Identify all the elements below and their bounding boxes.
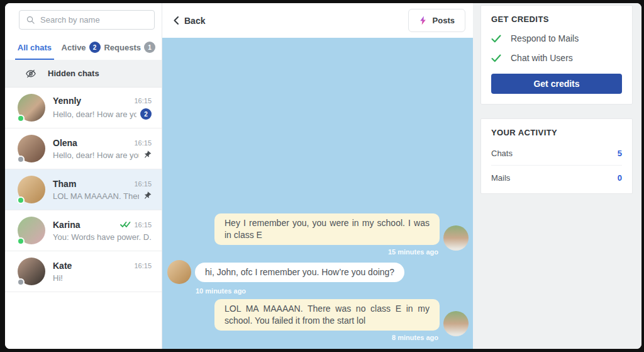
posts-label: Posts xyxy=(433,16,455,25)
unread-count-badge: 2 xyxy=(140,108,152,120)
activity-row-chats: Chats 5 xyxy=(491,141,622,165)
check-icon xyxy=(491,35,501,43)
chat-name: Kate xyxy=(53,261,72,271)
chat-info: Kate 16:15 Hi! xyxy=(53,261,152,283)
message-area[interactable]: Hey I remember you, you were in my schoo… xyxy=(162,38,473,349)
chevron-left-icon xyxy=(174,16,179,25)
online-status-dot xyxy=(17,237,25,245)
credit-benefit-row: Chat with Users xyxy=(491,53,622,63)
avatar xyxy=(18,94,45,122)
requests-count-badge: 1 xyxy=(144,42,155,53)
back-button[interactable]: Back xyxy=(174,16,205,26)
conversation-header: Back Posts xyxy=(162,3,473,38)
chat-time: 16:15 xyxy=(134,180,152,188)
chat-info: Karina 16:15 You: Words have power. D... xyxy=(53,220,152,242)
tab-all-chats[interactable]: All chats xyxy=(11,36,58,60)
message-bubble: Hey I remember you, you were in my schoo… xyxy=(214,213,440,245)
pin-icon xyxy=(141,190,153,202)
tab-label: All chats xyxy=(18,43,52,52)
activity-label: Chats xyxy=(491,149,513,158)
chat-item-yennly[interactable]: Yennly 16:15 Hello, dear! How are you t.… xyxy=(5,88,162,128)
search-area xyxy=(5,3,162,36)
avatar xyxy=(443,311,469,336)
get-credits-button[interactable]: Get credits xyxy=(491,74,622,94)
chat-time: 16:15 xyxy=(134,97,152,105)
avatar xyxy=(443,225,469,251)
chat-info: Olena 16:15 Hello, dear! How are you? xyxy=(53,138,152,160)
message-bubble: hi, John, ofc I remember you. How’re you… xyxy=(195,263,404,282)
chat-info: Tham 16:15 LOL MA MAAAAN. There w... xyxy=(53,179,152,201)
card-title: GET CREDITS xyxy=(491,14,622,24)
double-check-icon xyxy=(120,221,131,228)
chat-preview: Hi! xyxy=(53,273,63,283)
online-status-dot xyxy=(17,115,25,122)
chat-item-olena[interactable]: Olena 16:15 Hello, dear! How are you? xyxy=(5,128,162,169)
chat-name: Olena xyxy=(53,138,77,148)
get-credits-card: GET CREDITS Respond to Mails Chat with U… xyxy=(480,5,633,105)
activity-label: Mails xyxy=(491,173,510,183)
message-incoming: hi, John, ofc I remember you. How’re you… xyxy=(162,260,473,284)
message-bubble: LOL MA MAAAAN. There was no class E in m… xyxy=(214,299,440,331)
chat-preview: LOL MA MAAAAN. There w... xyxy=(53,191,139,201)
sidebar: All chats Active 2 Requests 1 Hidden cha… xyxy=(5,3,162,349)
chat-item-tham[interactable]: Tham 16:15 LOL MA MAAAAN. There w... xyxy=(5,169,162,210)
offline-status-dot xyxy=(17,278,25,286)
chat-preview: Hello, dear! How are you t... xyxy=(53,110,136,119)
chat-preview: Hello, dear! How are you? xyxy=(53,150,139,160)
message-outgoing: LOL MA MAAAAN. There was no class E in m… xyxy=(162,299,473,331)
lightning-icon xyxy=(419,15,427,26)
avatar xyxy=(18,217,45,244)
chat-time: 16:15 xyxy=(134,139,152,147)
avatar xyxy=(18,135,45,162)
eye-off-icon xyxy=(25,68,36,79)
credit-benefit-label: Respond to Mails xyxy=(511,33,579,43)
chat-item-karina[interactable]: Karina 16:15 You: Words have power. D... xyxy=(5,210,162,251)
chat-name: Tham xyxy=(53,179,76,189)
right-panel: GET CREDITS Respond to Mails Chat with U… xyxy=(473,3,641,349)
your-activity-card: YOUR ACTIVITY Chats 5 Mails 0 xyxy=(480,118,633,194)
card-title: YOUR ACTIVITY xyxy=(491,128,622,137)
message-timestamp: 8 minutes ago xyxy=(162,334,473,341)
message-timestamp: 10 minutes ago xyxy=(162,287,473,295)
app-window: All chats Active 2 Requests 1 Hidden cha… xyxy=(5,3,641,349)
message-outgoing: Hey I remember you, you were in my schoo… xyxy=(162,213,473,245)
chat-info: Yennly 16:15 Hello, dear! How are you t.… xyxy=(53,96,152,120)
posts-button[interactable]: Posts xyxy=(408,9,465,32)
pin-icon xyxy=(141,149,153,161)
chat-name: Yennly xyxy=(53,96,81,106)
search-input[interactable] xyxy=(40,15,148,25)
back-label: Back xyxy=(184,16,205,26)
activity-value: 5 xyxy=(618,149,622,158)
credit-benefit-label: Chat with Users xyxy=(511,53,573,63)
check-icon xyxy=(491,54,501,62)
tab-active[interactable]: Active 2 xyxy=(58,36,104,60)
message-timestamp: 15 minutes ago xyxy=(162,248,473,256)
chat-list[interactable]: Yennly 16:15 Hello, dear! How are you t.… xyxy=(5,88,162,349)
activity-row-mails: Mails 0 xyxy=(491,165,622,190)
tab-requests[interactable]: Requests 1 xyxy=(104,36,155,60)
hidden-chats-label: Hidden chats xyxy=(48,69,99,78)
online-status-dot xyxy=(17,196,25,204)
tab-label: Requests xyxy=(104,43,141,52)
avatar xyxy=(18,258,45,285)
offline-status-dot xyxy=(17,156,25,163)
search-icon xyxy=(26,15,35,25)
chat-time: 16:15 xyxy=(134,221,152,229)
tab-label: Active xyxy=(62,43,86,52)
avatar xyxy=(18,176,45,203)
conversation-pane: Back Posts Hey I remember you, you were … xyxy=(162,3,473,349)
activity-value: 0 xyxy=(618,173,622,183)
chat-time: 16:15 xyxy=(134,262,152,270)
avatar xyxy=(167,260,191,284)
credit-benefit-row: Respond to Mails xyxy=(491,33,622,43)
chat-name: Karina xyxy=(53,220,80,230)
chat-tabs: All chats Active 2 Requests 1 xyxy=(5,36,162,60)
active-count-badge: 2 xyxy=(89,42,101,53)
search-box[interactable] xyxy=(19,10,155,30)
hidden-chats-row[interactable]: Hidden chats xyxy=(5,60,162,88)
chat-preview: You: Words have power. D... xyxy=(53,232,152,242)
chat-item-kate[interactable]: Kate 16:15 Hi! xyxy=(5,251,162,292)
